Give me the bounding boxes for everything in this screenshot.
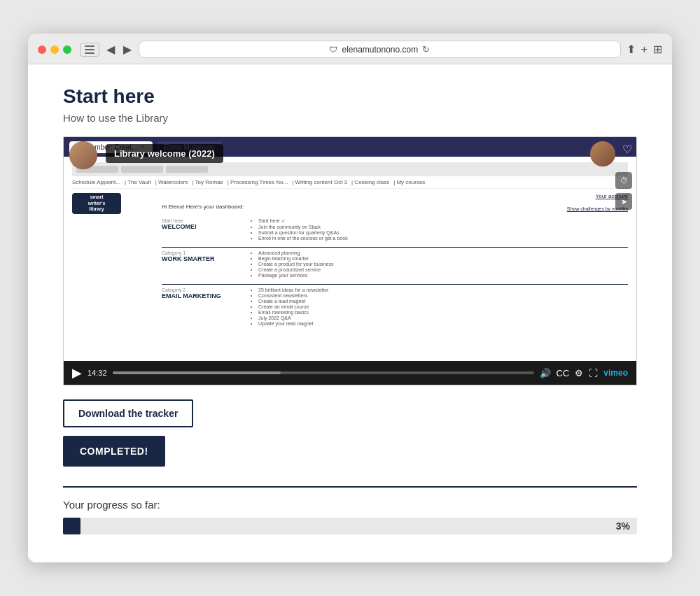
- fake-section3-list: 25 brilliant ideas for a newsletter Cons…: [250, 288, 628, 327]
- shield-icon: 🛡: [329, 45, 337, 55]
- page-content: Start here How to use the Library Septem…: [28, 64, 672, 562]
- video-right-controls: 🔊 CC ⚙ ⛶ vimeo: [540, 368, 628, 378]
- captions-button[interactable]: CC: [556, 368, 570, 378]
- progress-percentage: 3%: [616, 520, 630, 532]
- video-heart-button[interactable]: ♡: [622, 143, 632, 156]
- fake-section-1: Start here WELCOME! Start here ✓ Join th…: [162, 218, 628, 241]
- new-tab-button[interactable]: +: [641, 43, 648, 56]
- vimeo-logo: vimeo: [603, 368, 628, 378]
- video-side-icons: ⏱ ➤: [615, 172, 632, 210]
- video-progress-bar[interactable]: [113, 371, 534, 374]
- fake-sidebar: smart writer's library: [72, 193, 156, 332]
- back-button[interactable]: ◀: [105, 41, 116, 57]
- fake-section2-list: Advanced planning Begin teaching smarter…: [250, 250, 628, 278]
- progress-section: Your progress so far: 3%: [63, 486, 637, 534]
- close-button[interactable]: [38, 45, 46, 54]
- fake-section1-list: Start here ✓ Join the community on Slack…: [250, 218, 628, 241]
- fake-section2-label: Category 1: [162, 250, 246, 255]
- volume-button[interactable]: 🔊: [540, 368, 551, 378]
- video-presenter-avatar: [69, 141, 97, 169]
- traffic-lights: [38, 45, 71, 54]
- fake-dashboard-label: Hi Elena! Here's your dashboard:: [162, 204, 244, 210]
- progress-divider: [63, 486, 637, 488]
- video-send-icon[interactable]: ➤: [615, 193, 632, 210]
- fake-website-body: Schedule Appoint... | The Vault | Waterc…: [64, 157, 636, 361]
- svg-rect-0: [85, 45, 94, 47]
- fake-section-3: Category 2 EMAIL MARKETING 25 brilliant …: [162, 288, 628, 327]
- progress-bar-outer: 3%: [63, 518, 637, 534]
- fake-section1-heading: WELCOME!: [162, 223, 246, 230]
- forward-button[interactable]: ▶: [122, 41, 133, 57]
- play-button[interactable]: ▶: [72, 365, 82, 381]
- fake-website-screenshot: September: Creat... ✕ Elena Mutonono: [64, 137, 636, 361]
- browser-actions: ⬆ + ⊞: [626, 43, 662, 56]
- address-bar[interactable]: 🛡 elenamutonono.com ↻: [139, 41, 621, 58]
- video-player[interactable]: September: Creat... ✕ Elena Mutonono: [63, 136, 637, 385]
- fake-section3-heading: EMAIL MARKETING: [162, 292, 246, 299]
- video-time: 14:32: [88, 369, 107, 377]
- fullscreen-button[interactable]: ⛶: [589, 368, 598, 378]
- video-clock-icon[interactable]: ⏱: [615, 172, 632, 189]
- video-title-overlay: Library welcome (2022): [106, 144, 223, 163]
- fake-section3-label: Category 2: [162, 288, 246, 292]
- svg-rect-2: [85, 52, 94, 54]
- settings-button[interactable]: ⚙: [575, 368, 583, 378]
- completed-button[interactable]: COMPLETED!: [63, 436, 165, 467]
- share-button[interactable]: ⬆: [626, 43, 636, 56]
- maximize-button[interactable]: [63, 45, 71, 54]
- fake-toolbar: [72, 162, 628, 176]
- fake-section-2: Category 1 WORK SMARTER Advanced plannin…: [162, 250, 628, 278]
- grid-button[interactable]: ⊞: [653, 43, 662, 56]
- progress-label: Your progress so far:: [63, 499, 637, 511]
- sidebar-toggle-button[interactable]: [80, 43, 99, 57]
- video-content: September: Creat... ✕ Elena Mutonono: [64, 137, 636, 361]
- fake-navbar: Schedule Appoint... | The Vault | Waterc…: [72, 179, 628, 189]
- video-corner-avatar: [590, 141, 615, 166]
- browser-window: ◀ ▶ 🛡 elenamutonono.com ↻ ⬆ + ⊞ Start he…: [28, 34, 672, 562]
- browser-chrome: ◀ ▶ 🛡 elenamutonono.com ↻ ⬆ + ⊞: [28, 34, 672, 64]
- refresh-button[interactable]: ↻: [422, 44, 430, 55]
- fake-section1-label: Start here: [162, 218, 246, 223]
- page-subtitle: How to use the Library: [63, 112, 637, 124]
- video-controls-bar: ▶ 14:32 🔊 CC ⚙ ⛶ vimeo: [64, 361, 636, 385]
- svg-rect-1: [85, 49, 94, 50]
- video-progress-fill: [113, 371, 281, 374]
- progress-bar-fill: [63, 518, 80, 534]
- fake-logo: smart writer's library: [88, 194, 106, 212]
- page-title: Start here: [63, 85, 637, 108]
- url-display: elenamutonono.com: [342, 45, 418, 55]
- fake-main-content: Your account Hi Elena! Here's your dashb…: [162, 193, 628, 332]
- action-buttons-group: Download the tracker COMPLETED!: [63, 399, 637, 467]
- download-tracker-button[interactable]: Download the tracker: [63, 399, 193, 427]
- fake-section2-heading: WORK SMARTER: [162, 255, 246, 262]
- minimize-button[interactable]: [50, 45, 59, 54]
